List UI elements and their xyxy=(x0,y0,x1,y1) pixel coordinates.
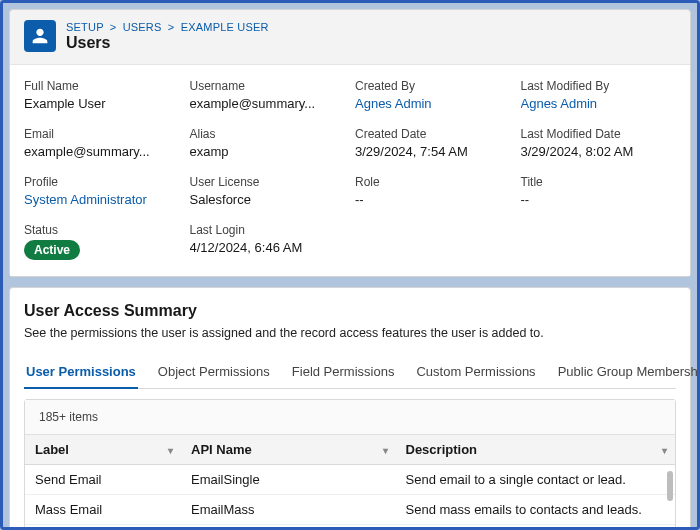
field-user-license: User License Salesforce xyxy=(190,175,346,207)
status-badge: Active xyxy=(24,240,80,260)
user-detail-panel: SETUP > USERS > EXAMPLE USER Users Full … xyxy=(9,9,691,277)
permissions-table: Label ▾ API Name ▾ Description ▾ xyxy=(25,435,675,530)
column-header-text: Description xyxy=(406,442,478,457)
field-username: Username example@summary... xyxy=(190,79,346,111)
field-last-login: Last Login 4/12/2024, 6:46 AM xyxy=(190,223,346,260)
field-label: Created By xyxy=(355,79,511,93)
breadcrumb-setup[interactable]: SETUP xyxy=(66,21,103,33)
field-label: Last Modified By xyxy=(521,79,677,93)
tab-field-permissions[interactable]: Field Permissions xyxy=(290,358,397,388)
field-label: Email xyxy=(24,127,180,141)
column-header-text: API Name xyxy=(191,442,252,457)
table-cell: Send email to a single contact or lead. xyxy=(396,465,676,495)
profile-link[interactable]: System Administrator xyxy=(24,192,180,207)
table-row[interactable]: Mass EmailEmailMassSend mass emails to c… xyxy=(25,495,675,525)
field-last-modified-date: Last Modified Date 3/29/2024, 8:02 AM xyxy=(521,127,677,159)
tab-user-permissions[interactable]: User Permissions xyxy=(24,358,138,389)
field-label: Alias xyxy=(190,127,346,141)
field-value: examp xyxy=(190,144,346,159)
chevron-down-icon[interactable]: ▾ xyxy=(662,444,667,455)
field-value: Example User xyxy=(24,96,180,111)
field-profile: Profile System Administrator xyxy=(24,175,180,207)
tab-public-group-membership[interactable]: Public Group Membership xyxy=(556,358,700,388)
field-value: example@summary... xyxy=(24,144,180,159)
table-cell: Send Email xyxy=(25,465,181,495)
breadcrumb-users[interactable]: USERS xyxy=(123,21,162,33)
chevron-down-icon[interactable]: ▾ xyxy=(168,444,173,455)
table-cell: Edit Tasks xyxy=(25,525,181,531)
field-label: Role xyxy=(355,175,511,189)
chevron-down-icon[interactable]: ▾ xyxy=(383,444,388,455)
field-value: example@summary... xyxy=(190,96,346,111)
field-label: Profile xyxy=(24,175,180,189)
field-label: Last Modified Date xyxy=(521,127,677,141)
field-label: Created Date xyxy=(355,127,511,141)
last-modified-by-link[interactable]: Agnes Admin xyxy=(521,96,677,111)
items-count: 185+ items xyxy=(25,400,675,435)
tab-custom-permissions[interactable]: Custom Permissions xyxy=(414,358,537,388)
summary-tabs: User Permissions Object Permissions Fiel… xyxy=(24,358,676,389)
field-value: Salesforce xyxy=(190,192,346,207)
field-value: 3/29/2024, 8:02 AM xyxy=(521,144,677,159)
breadcrumb: SETUP > USERS > EXAMPLE USER xyxy=(66,21,269,33)
table-cell: EditTask xyxy=(181,525,396,531)
field-label: Full Name xyxy=(24,79,180,93)
table-cell: EmailMass xyxy=(181,495,396,525)
tab-object-permissions[interactable]: Object Permissions xyxy=(156,358,272,388)
column-header-description[interactable]: Description ▾ xyxy=(396,435,676,465)
field-created-by: Created By Agnes Admin xyxy=(355,79,511,111)
field-label: User License xyxy=(190,175,346,189)
field-value: -- xyxy=(355,192,511,207)
field-label: Last Login xyxy=(190,223,346,237)
field-value: 4/12/2024, 6:46 AM xyxy=(190,240,346,255)
column-header-label[interactable]: Label ▾ xyxy=(25,435,181,465)
field-label: Title xyxy=(521,175,677,189)
field-value: 3/29/2024, 7:54 AM xyxy=(355,144,511,159)
column-header-api-name[interactable]: API Name ▾ xyxy=(181,435,396,465)
field-email: Email example@summary... xyxy=(24,127,180,159)
table-cell: Create, edit, and delete tasks. xyxy=(396,525,676,531)
breadcrumb-example-user[interactable]: EXAMPLE USER xyxy=(181,21,269,33)
field-label: Status xyxy=(24,223,180,237)
summary-title: User Access Summary xyxy=(24,302,676,320)
created-by-link[interactable]: Agnes Admin xyxy=(355,96,511,111)
field-alias: Alias examp xyxy=(190,127,346,159)
field-full-name: Full Name Example User xyxy=(24,79,180,111)
table-row[interactable]: Edit TasksEditTaskCreate, edit, and dele… xyxy=(25,525,675,531)
field-role: Role -- xyxy=(355,175,511,207)
scrollbar-thumb[interactable] xyxy=(667,471,673,501)
field-value: -- xyxy=(521,192,677,207)
field-last-modified-by: Last Modified By Agnes Admin xyxy=(521,79,677,111)
user-icon xyxy=(24,20,56,52)
table-cell: Mass Email xyxy=(25,495,181,525)
table-row[interactable]: Send EmailEmailSingleSend email to a sin… xyxy=(25,465,675,495)
field-created-date: Created Date 3/29/2024, 7:54 AM xyxy=(355,127,511,159)
table-cell: Send mass emails to contacts and leads. xyxy=(396,495,676,525)
field-title: Title -- xyxy=(521,175,677,207)
column-header-text: Label xyxy=(35,442,69,457)
summary-description: See the permissions the user is assigned… xyxy=(24,326,676,340)
user-access-summary-panel: User Access Summary See the permissions … xyxy=(9,287,691,530)
field-label: Username xyxy=(190,79,346,93)
field-status: Status Active xyxy=(24,223,180,260)
table-cell: EmailSingle xyxy=(181,465,396,495)
page-title: Users xyxy=(66,34,269,52)
